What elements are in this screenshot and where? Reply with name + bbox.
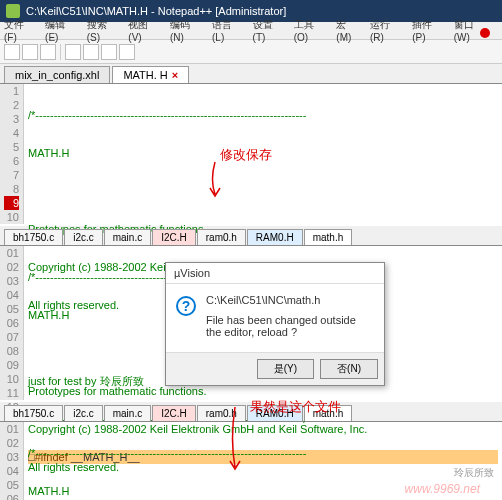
dialog-message: File has been changed outside the editor…: [206, 314, 372, 338]
tab-close-icon[interactable]: ×: [172, 69, 178, 81]
mtab-ram0-h[interactable]: ram0.h: [197, 229, 246, 245]
notepad-tab-bar: mix_in_config.xhl MATH. H×: [0, 64, 502, 84]
tb-new-icon[interactable]: [4, 44, 20, 60]
mtab-ram0-h2[interactable]: RAM0.H: [247, 229, 303, 245]
mtab2-math-h[interactable]: math.h: [304, 405, 353, 421]
window-title: C:\Keil\C51\INC\MATH.H - Notepad++ [Admi…: [26, 5, 286, 17]
menu-file[interactable]: 文件(F): [4, 18, 35, 43]
dialog-buttons: 是(Y) 否(N): [166, 352, 384, 385]
menu-encoding[interactable]: 编码(N): [170, 18, 202, 43]
notepad-editor[interactable]: 12345678910 /*--------------------------…: [0, 84, 502, 224]
menu-search[interactable]: 搜索(S): [87, 18, 119, 43]
tab-math-h[interactable]: MATH. H×: [112, 66, 189, 83]
menu-settings[interactable]: 设置(T): [253, 18, 284, 43]
mtab-bh1750[interactable]: bh1750.c: [4, 229, 63, 245]
mtab2-ram0-h[interactable]: ram0.h: [197, 405, 246, 421]
line-gutter-mid: 01020304050607080910111213141516171819: [0, 246, 24, 400]
menu-plugins[interactable]: 插件(P): [412, 18, 444, 43]
notepad-app-icon: [6, 4, 20, 18]
menu-bar[interactable]: 文件(F) 编辑(E) 搜索(S) 视图(V) 编码(N) 语言(L) 设置(T…: [0, 22, 502, 40]
menu-view[interactable]: 视图(V): [128, 18, 160, 43]
menu-language[interactable]: 语言(L): [212, 18, 243, 43]
line-gutter: 12345678910: [0, 84, 24, 224]
tb-save-icon[interactable]: [40, 44, 56, 60]
mtab2-i2c-c[interactable]: i2c.c: [64, 405, 103, 421]
record-indicator-icon: [480, 28, 490, 38]
mtab2-bh1750[interactable]: bh1750.c: [4, 405, 63, 421]
toolbar: [0, 40, 502, 64]
tb-cut-icon[interactable]: [83, 44, 99, 60]
mtab-main[interactable]: main.c: [104, 229, 151, 245]
mtab2-i2c-h[interactable]: I2C.H: [152, 405, 196, 421]
yes-button[interactable]: 是(Y): [257, 359, 314, 379]
menu-macro[interactable]: 宏(M): [336, 18, 360, 43]
menu-run[interactable]: 运行(R): [370, 18, 402, 43]
menu-edit[interactable]: 编辑(E): [45, 18, 77, 43]
tb-open-icon[interactable]: [22, 44, 38, 60]
code-area-top[interactable]: /*--------------------------------------…: [24, 84, 502, 224]
tb-copy-icon[interactable]: [101, 44, 117, 60]
tb-print-icon[interactable]: [65, 44, 81, 60]
tab-config[interactable]: mix_in_config.xhl: [4, 66, 110, 83]
dialog-body: ? C:\Keil\C51\INC\math.h File has been c…: [166, 284, 384, 352]
dialog-title: µVision: [166, 263, 384, 284]
mtab2-ram0-h2[interactable]: RAM0.H: [247, 405, 303, 421]
mtab-i2c-c[interactable]: i2c.c: [64, 229, 103, 245]
mtab-math-h[interactable]: math.h: [304, 229, 353, 245]
reload-dialog: µVision ? C:\Keil\C51\INC\math.h File ha…: [165, 262, 385, 386]
watermark-author: 玲辰所致: [454, 466, 494, 480]
watermark-url: www.9969.net: [405, 482, 480, 496]
line-gutter-bot: 0102030405060708: [0, 422, 24, 500]
mtab2-main[interactable]: main.c: [104, 405, 151, 421]
question-icon: ?: [176, 296, 196, 316]
dialog-path: C:\Keil\C51\INC\math.h: [206, 294, 372, 306]
mtab-i2c-h[interactable]: I2C.H: [152, 229, 196, 245]
tb-separator: [60, 44, 61, 60]
no-button[interactable]: 否(N): [320, 359, 378, 379]
menu-tools[interactable]: 工具(O): [294, 18, 327, 43]
tb-paste-icon[interactable]: [119, 44, 135, 60]
